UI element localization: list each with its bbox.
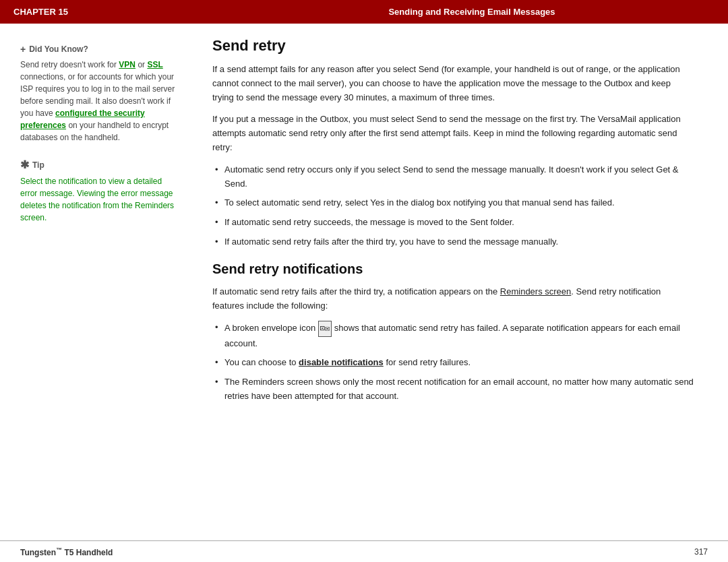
reminders-link[interactable]: Reminders screen — [500, 286, 572, 296]
plus-icon: + — [20, 44, 26, 55]
section2-title: Send retry notifications — [212, 261, 694, 277]
bullet-2-3: The Reminders screen shows only the most… — [212, 375, 694, 404]
sidebar: + Did You Know? Send retry doesn't work … — [0, 37, 192, 540]
bullet-1-4: If automatic send retry fails after the … — [212, 235, 694, 249]
footer-brand: Tungsten™ T5 Handheld — [20, 547, 113, 557]
section1-title: Send retry — [212, 37, 694, 55]
bullets-list-1: Automatic send retry occurs only if you … — [212, 163, 694, 249]
page-header: CHAPTER 15 Sending and Receiving Email M… — [0, 0, 728, 24]
disable-notifications-link[interactable]: disable notifications — [299, 357, 384, 367]
bullet-1-3: If automatic send retry succeeds, the me… — [212, 216, 694, 230]
paragraph-3: If automatic send retry fails after the … — [212, 285, 694, 313]
tip-title: ✱ Tip — [20, 158, 179, 171]
main-content: Send retry If a send attempt fails for a… — [192, 37, 728, 540]
ssl-link[interactable]: SSL — [147, 60, 162, 69]
did-you-know-title: + Did You Know? — [20, 44, 179, 55]
paragraph-2: If you put a message in the Outbox, you … — [212, 113, 694, 154]
tip-section: ✱ Tip Select the notification to view a … — [20, 158, 179, 224]
vpn-link[interactable]: VPN — [119, 60, 135, 69]
did-you-know-body: Send retry doesn't work for VPN or SSL c… — [20, 59, 179, 144]
bullet-2-2: You can choose to disable notifications … — [212, 356, 694, 370]
did-you-know-section: + Did You Know? Send retry doesn't work … — [20, 44, 179, 144]
bullets-list-2: A broken envelope icon ⊡✉ shows that aut… — [212, 321, 694, 403]
bullet-1-1: Automatic send retry occurs only if you … — [212, 163, 694, 191]
chapter-title: Sending and Receiving Email Messages — [229, 7, 715, 17]
tip-body: Select the notification to view a detail… — [20, 175, 179, 224]
envelope-icon: ⊡✉ — [318, 321, 332, 336]
bullet-2-1: A broken envelope icon ⊡✉ shows that aut… — [212, 321, 694, 350]
paragraph-1: If a send attempt fails for any reason a… — [212, 63, 694, 104]
content-area: + Did You Know? Send retry doesn't work … — [0, 24, 728, 540]
asterisk-icon: ✱ — [20, 158, 29, 171]
footer-page-number: 317 — [694, 547, 708, 557]
page-footer: Tungsten™ T5 Handheld 317 — [0, 540, 728, 562]
bullet-1-2: To select automatic send retry, select Y… — [212, 196, 694, 210]
chapter-label: CHAPTER 15 — [13, 7, 229, 17]
